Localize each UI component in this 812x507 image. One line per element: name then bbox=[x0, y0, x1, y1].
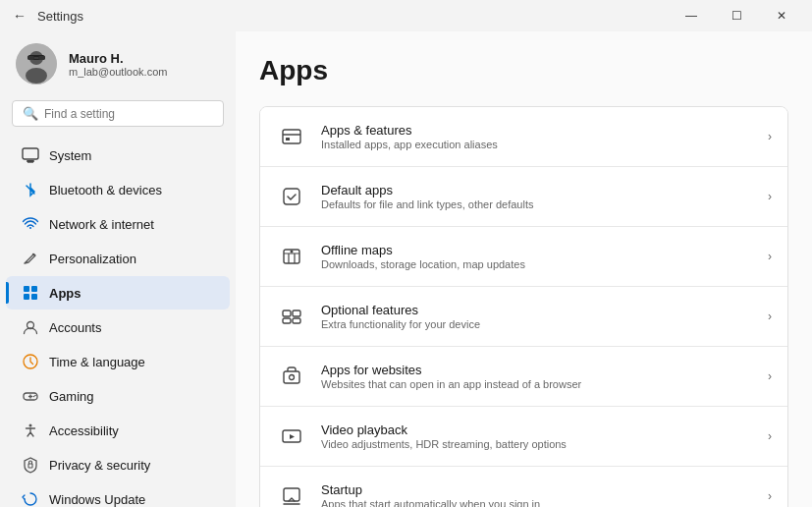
user-name: Mauro H. bbox=[69, 51, 167, 66]
startup-icon bbox=[276, 480, 307, 507]
settings-list: Apps & features Installed apps, app exec… bbox=[259, 106, 788, 507]
time-icon bbox=[22, 353, 39, 370]
settings-item-desc: Video adjustments, HDR streaming, batter… bbox=[321, 438, 754, 450]
settings-item-startup[interactable]: Startup Apps that start automatically wh… bbox=[260, 467, 787, 507]
sidebar-item-label: Privacy & security bbox=[49, 458, 150, 473]
settings-item-desc: Apps that start automatically when you s… bbox=[321, 498, 754, 507]
user-info: Mauro H. m_lab@outlook.com bbox=[69, 51, 167, 78]
svg-point-20 bbox=[34, 395, 36, 397]
minimize-button[interactable]: — bbox=[669, 0, 714, 31]
user-email: m_lab@outlook.com bbox=[69, 66, 167, 78]
sidebar-item-time[interactable]: Time & language bbox=[6, 345, 230, 378]
page-title: Apps bbox=[259, 55, 788, 86]
svg-point-6 bbox=[26, 68, 47, 84]
svg-rect-4 bbox=[38, 56, 45, 60]
chevron-right-icon: › bbox=[768, 489, 772, 503]
optional-features-icon bbox=[276, 301, 307, 332]
search-input[interactable] bbox=[44, 107, 213, 121]
settings-item-title: Video playback bbox=[321, 422, 754, 437]
sidebar-item-bluetooth[interactable]: Bluetooth & devices bbox=[6, 173, 230, 206]
sidebar-item-apps[interactable]: Apps bbox=[6, 276, 230, 310]
maximize-button[interactable]: ☐ bbox=[714, 0, 759, 31]
chevron-right-icon: › bbox=[768, 310, 772, 323]
svg-rect-22 bbox=[28, 464, 32, 468]
svg-rect-25 bbox=[286, 138, 290, 141]
sidebar-item-update[interactable]: Windows Update bbox=[6, 482, 230, 507]
svg-rect-29 bbox=[283, 310, 291, 316]
chevron-right-icon: › bbox=[768, 429, 772, 443]
main-layout: Mauro H. m_lab@outlook.com 🔍 System Blue… bbox=[0, 31, 812, 507]
sidebar-item-accessibility[interactable]: Accessibility bbox=[6, 414, 230, 447]
chevron-right-icon: › bbox=[768, 190, 772, 203]
svg-point-21 bbox=[29, 424, 32, 427]
sidebar-item-label: Windows Update bbox=[49, 492, 145, 507]
back-button[interactable]: ← bbox=[8, 4, 31, 28]
sidebar-item-label: Apps bbox=[49, 286, 81, 301]
settings-item-title: Default apps bbox=[321, 183, 754, 197]
system-icon bbox=[22, 146, 39, 164]
chevron-right-icon: › bbox=[768, 250, 772, 263]
sidebar-item-label: Accounts bbox=[49, 320, 101, 335]
settings-item-apps-websites[interactable]: Apps for websites Websites that can open… bbox=[260, 347, 787, 407]
svg-rect-11 bbox=[31, 286, 37, 292]
settings-item-desc: Defaults for file and link types, other … bbox=[321, 198, 754, 210]
window-controls: — ☐ ✕ bbox=[669, 0, 804, 31]
settings-item-title: Apps for websites bbox=[321, 363, 754, 377]
video-playback-icon bbox=[276, 421, 307, 452]
user-profile[interactable]: Mauro H. m_lab@outlook.com bbox=[0, 31, 236, 100]
sidebar-item-system[interactable]: System bbox=[6, 139, 230, 172]
sidebar-item-network[interactable]: Network & internet bbox=[6, 207, 230, 241]
svg-rect-12 bbox=[24, 294, 29, 300]
search-icon: 🔍 bbox=[23, 106, 38, 121]
sidebar-item-label: System bbox=[49, 148, 91, 163]
sidebar-item-privacy[interactable]: Privacy & security bbox=[6, 448, 230, 481]
sidebar-item-accounts[interactable]: Accounts bbox=[6, 310, 230, 344]
content-area: Apps Apps & features Installed apps, app… bbox=[236, 31, 812, 507]
svg-rect-26 bbox=[284, 189, 299, 204]
settings-item-desc: Extra functionality for your device bbox=[321, 318, 754, 330]
sidebar-item-gaming[interactable]: Gaming bbox=[6, 379, 230, 413]
settings-item-default-apps[interactable]: Default apps Defaults for file and link … bbox=[260, 167, 787, 227]
settings-item-video-playback[interactable]: Video playback Video adjustments, HDR st… bbox=[260, 407, 787, 467]
sidebar-item-personalization[interactable]: Personalization bbox=[6, 242, 230, 275]
settings-item-title: Offline maps bbox=[321, 243, 754, 257]
sidebar-nav: System Bluetooth & devices Network & int… bbox=[0, 139, 236, 507]
svg-rect-3 bbox=[27, 56, 34, 60]
svg-rect-10 bbox=[24, 286, 29, 292]
chevron-right-icon: › bbox=[768, 130, 772, 143]
settings-item-title: Optional features bbox=[321, 303, 754, 317]
search-box[interactable]: 🔍 bbox=[12, 100, 224, 127]
offline-maps-icon bbox=[276, 241, 307, 272]
settings-item-title: Apps & features bbox=[321, 123, 754, 138]
sidebar-item-label: Personalization bbox=[49, 252, 136, 266]
settings-item-apps-features[interactable]: Apps & features Installed apps, app exec… bbox=[260, 107, 787, 167]
sidebar-item-label: Gaming bbox=[49, 389, 94, 404]
apps-features-icon bbox=[276, 121, 307, 152]
default-apps-icon bbox=[276, 181, 307, 212]
settings-item-title: Startup bbox=[321, 482, 754, 497]
apps-icon bbox=[22, 284, 39, 302]
svg-rect-31 bbox=[283, 318, 291, 323]
settings-item-optional-features[interactable]: Optional features Extra functionality fo… bbox=[260, 287, 787, 347]
window-title: Settings bbox=[31, 9, 669, 24]
svg-rect-36 bbox=[284, 488, 299, 501]
chevron-right-icon: › bbox=[768, 369, 772, 383]
settings-item-offline-maps[interactable]: Offline maps Downloads, storage location… bbox=[260, 227, 787, 287]
accessibility-icon bbox=[22, 422, 39, 439]
settings-item-desc: Websites that can open in an app instead… bbox=[321, 378, 754, 390]
sidebar: Mauro H. m_lab@outlook.com 🔍 System Blue… bbox=[0, 31, 236, 507]
svg-rect-32 bbox=[293, 318, 300, 323]
svg-rect-7 bbox=[23, 148, 38, 159]
accounts-icon bbox=[22, 318, 39, 336]
svg-point-28 bbox=[291, 251, 294, 254]
svg-rect-33 bbox=[284, 371, 299, 383]
svg-point-19 bbox=[33, 396, 35, 398]
title-bar: ← Settings — ☐ ✕ bbox=[0, 0, 812, 31]
bluetooth-icon bbox=[22, 181, 39, 198]
sidebar-item-label: Network & internet bbox=[49, 217, 154, 232]
gaming-icon bbox=[22, 387, 39, 405]
close-button[interactable]: ✕ bbox=[759, 0, 804, 31]
svg-point-34 bbox=[290, 375, 295, 380]
sidebar-item-label: Time & language bbox=[49, 355, 145, 369]
privacy-icon bbox=[22, 456, 39, 474]
